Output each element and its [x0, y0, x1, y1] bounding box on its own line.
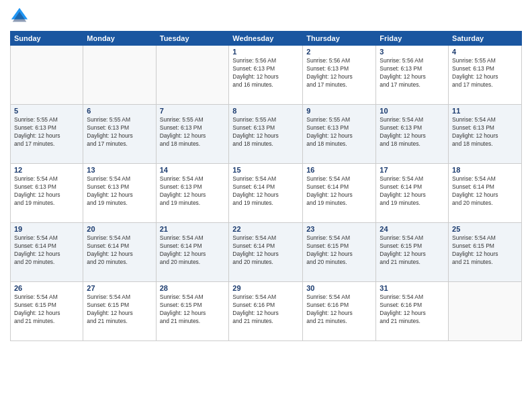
page: SundayMondayTuesdayWednesdayThursdayFrid… [0, 0, 532, 411]
day-info: Sunrise: 5:54 AM Sunset: 6:13 PM Dayligh… [380, 116, 445, 148]
day-number: 7 [160, 107, 226, 115]
calendar-cell [156, 46, 229, 105]
calendar-cell: 2Sunrise: 5:56 AM Sunset: 6:13 PM Daylig… [303, 46, 376, 105]
day-number: 6 [87, 107, 152, 115]
calendar-header-thursday: Thursday [303, 32, 376, 46]
calendar-cell: 13Sunrise: 5:54 AM Sunset: 6:13 PM Dayli… [83, 164, 156, 223]
day-info: Sunrise: 5:56 AM Sunset: 6:13 PM Dayligh… [306, 57, 372, 89]
calendar-header-row: SundayMondayTuesdayWednesdayThursdayFrid… [11, 32, 522, 46]
day-info: Sunrise: 5:55 AM Sunset: 6:13 PM Dayligh… [14, 116, 79, 148]
day-number: 11 [452, 107, 518, 115]
day-number: 1 [232, 48, 299, 56]
day-number: 18 [452, 166, 518, 174]
day-info: Sunrise: 5:55 AM Sunset: 6:13 PM Dayligh… [87, 116, 152, 148]
calendar-week-1: 5Sunrise: 5:55 AM Sunset: 6:13 PM Daylig… [11, 105, 522, 164]
calendar-week-0: 1Sunrise: 5:56 AM Sunset: 6:13 PM Daylig… [11, 46, 522, 105]
day-info: Sunrise: 5:54 AM Sunset: 6:13 PM Dayligh… [452, 116, 518, 148]
calendar-cell: 3Sunrise: 5:56 AM Sunset: 6:13 PM Daylig… [376, 46, 449, 105]
day-number: 10 [380, 107, 445, 115]
calendar-cell: 4Sunrise: 5:55 AM Sunset: 6:13 PM Daylig… [449, 46, 522, 105]
day-number: 16 [306, 166, 372, 174]
day-number: 9 [306, 107, 372, 115]
calendar-cell [83, 46, 156, 105]
day-info: Sunrise: 5:54 AM Sunset: 6:13 PM Dayligh… [160, 175, 226, 208]
calendar-cell: 30Sunrise: 5:54 AM Sunset: 6:16 PM Dayli… [303, 282, 376, 341]
day-number: 19 [14, 225, 79, 233]
day-info: Sunrise: 5:54 AM Sunset: 6:14 PM Dayligh… [160, 234, 226, 267]
calendar-cell: 23Sunrise: 5:54 AM Sunset: 6:15 PM Dayli… [303, 223, 376, 282]
day-number: 27 [87, 284, 152, 292]
day-info: Sunrise: 5:54 AM Sunset: 6:14 PM Dayligh… [87, 234, 152, 267]
calendar-cell: 31Sunrise: 5:54 AM Sunset: 6:16 PM Dayli… [376, 282, 449, 341]
calendar-week-4: 26Sunrise: 5:54 AM Sunset: 6:15 PM Dayli… [11, 282, 522, 341]
calendar-week-2: 12Sunrise: 5:54 AM Sunset: 6:13 PM Dayli… [11, 164, 522, 223]
day-number: 17 [380, 166, 445, 174]
day-info: Sunrise: 5:55 AM Sunset: 6:13 PM Dayligh… [306, 116, 372, 148]
day-number: 12 [14, 166, 79, 174]
calendar-table: SundayMondayTuesdayWednesdayThursdayFrid… [10, 31, 522, 341]
day-number: 4 [452, 48, 518, 56]
day-info: Sunrise: 5:54 AM Sunset: 6:13 PM Dayligh… [14, 175, 79, 208]
day-info: Sunrise: 5:54 AM Sunset: 6:15 PM Dayligh… [306, 234, 372, 267]
calendar-cell [11, 46, 83, 105]
day-info: Sunrise: 5:54 AM Sunset: 6:15 PM Dayligh… [380, 234, 445, 267]
logo [10, 7, 32, 26]
day-number: 14 [160, 166, 226, 174]
calendar-header-tuesday: Tuesday [156, 32, 229, 46]
calendar-cell: 17Sunrise: 5:54 AM Sunset: 6:14 PM Dayli… [376, 164, 449, 223]
calendar-cell: 1Sunrise: 5:56 AM Sunset: 6:13 PM Daylig… [229, 46, 303, 105]
day-info: Sunrise: 5:54 AM Sunset: 6:15 PM Dayligh… [14, 293, 79, 326]
calendar-cell: 9Sunrise: 5:55 AM Sunset: 6:13 PM Daylig… [303, 105, 376, 164]
day-info: Sunrise: 5:56 AM Sunset: 6:13 PM Dayligh… [232, 57, 299, 89]
day-info: Sunrise: 5:54 AM Sunset: 6:14 PM Dayligh… [232, 175, 299, 208]
day-info: Sunrise: 5:55 AM Sunset: 6:13 PM Dayligh… [452, 57, 518, 89]
day-number: 26 [14, 284, 79, 292]
calendar-cell: 22Sunrise: 5:54 AM Sunset: 6:14 PM Dayli… [229, 223, 303, 282]
day-info: Sunrise: 5:54 AM Sunset: 6:16 PM Dayligh… [380, 293, 445, 326]
day-info: Sunrise: 5:56 AM Sunset: 6:13 PM Dayligh… [380, 57, 445, 89]
calendar-header-saturday: Saturday [449, 32, 522, 46]
day-info: Sunrise: 5:54 AM Sunset: 6:15 PM Dayligh… [87, 293, 152, 326]
calendar-cell: 8Sunrise: 5:55 AM Sunset: 6:13 PM Daylig… [229, 105, 303, 164]
calendar-cell: 24Sunrise: 5:54 AM Sunset: 6:15 PM Dayli… [376, 223, 449, 282]
day-number: 30 [306, 284, 372, 292]
calendar-week-3: 19Sunrise: 5:54 AM Sunset: 6:14 PM Dayli… [11, 223, 522, 282]
calendar-cell: 27Sunrise: 5:54 AM Sunset: 6:15 PM Dayli… [83, 282, 156, 341]
calendar-cell: 21Sunrise: 5:54 AM Sunset: 6:14 PM Dayli… [156, 223, 229, 282]
day-number: 29 [232, 284, 299, 292]
day-number: 23 [306, 225, 372, 233]
day-info: Sunrise: 5:54 AM Sunset: 6:13 PM Dayligh… [87, 175, 152, 208]
calendar-cell: 14Sunrise: 5:54 AM Sunset: 6:13 PM Dayli… [156, 164, 229, 223]
day-number: 15 [232, 166, 299, 174]
header [10, 7, 522, 26]
calendar-cell [449, 282, 522, 341]
calendar-cell: 29Sunrise: 5:54 AM Sunset: 6:16 PM Dayli… [229, 282, 303, 341]
day-info: Sunrise: 5:54 AM Sunset: 6:14 PM Dayligh… [14, 234, 79, 267]
day-info: Sunrise: 5:54 AM Sunset: 6:15 PM Dayligh… [452, 234, 518, 267]
day-info: Sunrise: 5:55 AM Sunset: 6:13 PM Dayligh… [160, 116, 226, 148]
calendar-header-friday: Friday [376, 32, 449, 46]
calendar-cell: 11Sunrise: 5:54 AM Sunset: 6:13 PM Dayli… [449, 105, 522, 164]
day-number: 13 [87, 166, 152, 174]
day-info: Sunrise: 5:54 AM Sunset: 6:16 PM Dayligh… [232, 293, 299, 326]
calendar-header-wednesday: Wednesday [229, 32, 303, 46]
calendar-cell: 7Sunrise: 5:55 AM Sunset: 6:13 PM Daylig… [156, 105, 229, 164]
day-number: 31 [380, 284, 445, 292]
day-info: Sunrise: 5:55 AM Sunset: 6:13 PM Dayligh… [232, 116, 299, 148]
day-number: 8 [232, 107, 299, 115]
day-info: Sunrise: 5:54 AM Sunset: 6:14 PM Dayligh… [452, 175, 518, 208]
day-number: 2 [306, 48, 372, 56]
day-info: Sunrise: 5:54 AM Sunset: 6:14 PM Dayligh… [306, 175, 372, 208]
day-info: Sunrise: 5:54 AM Sunset: 6:14 PM Dayligh… [232, 234, 299, 267]
calendar-cell: 10Sunrise: 5:54 AM Sunset: 6:13 PM Dayli… [376, 105, 449, 164]
calendar-header-sunday: Sunday [11, 32, 83, 46]
day-info: Sunrise: 5:54 AM Sunset: 6:16 PM Dayligh… [306, 293, 372, 326]
day-number: 3 [380, 48, 445, 56]
calendar-cell: 26Sunrise: 5:54 AM Sunset: 6:15 PM Dayli… [11, 282, 83, 341]
day-number: 21 [160, 225, 226, 233]
day-number: 5 [14, 107, 79, 115]
calendar-cell: 16Sunrise: 5:54 AM Sunset: 6:14 PM Dayli… [303, 164, 376, 223]
day-number: 20 [87, 225, 152, 233]
calendar-header-monday: Monday [83, 32, 156, 46]
day-info: Sunrise: 5:54 AM Sunset: 6:15 PM Dayligh… [160, 293, 226, 326]
